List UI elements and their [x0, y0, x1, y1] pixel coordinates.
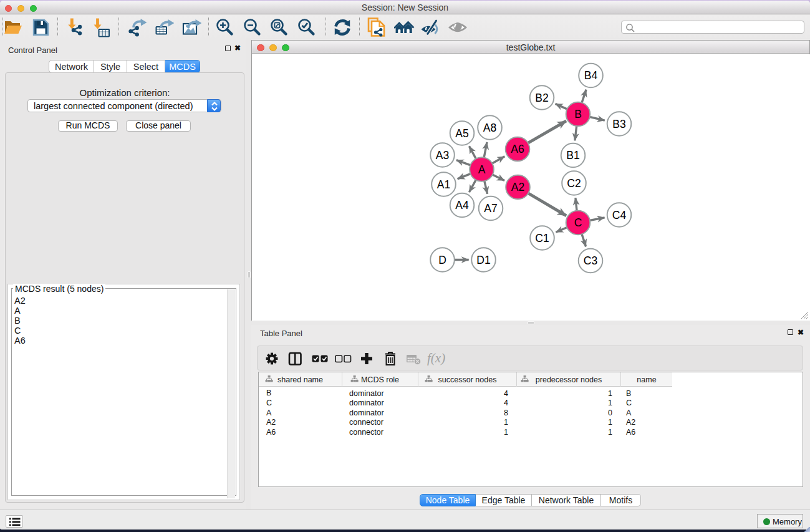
svg-text:B3: B3 — [612, 118, 625, 130]
svg-text:A1: A1 — [437, 178, 450, 191]
svg-text:A8: A8 — [483, 122, 496, 134]
svg-text:C3: C3 — [584, 254, 597, 267]
svg-text:A5: A5 — [455, 127, 468, 140]
svg-text:C4: C4 — [612, 209, 627, 221]
svg-text:C1: C1 — [535, 232, 549, 244]
svg-text:C: C — [574, 216, 582, 229]
svg-text:A4: A4 — [455, 199, 469, 211]
svg-text:C2: C2 — [567, 177, 581, 190]
svg-text:D1: D1 — [476, 254, 490, 266]
svg-text:A6: A6 — [511, 143, 524, 155]
svg-text:A: A — [478, 163, 486, 176]
svg-text:A7: A7 — [484, 202, 497, 215]
svg-text:B4: B4 — [584, 69, 598, 82]
svg-text:A2: A2 — [511, 181, 524, 193]
svg-text:B1: B1 — [566, 149, 579, 162]
svg-text:B2: B2 — [535, 92, 548, 104]
svg-text:B: B — [574, 108, 582, 120]
svg-text:A3: A3 — [436, 149, 449, 162]
svg-text:D: D — [438, 254, 446, 266]
